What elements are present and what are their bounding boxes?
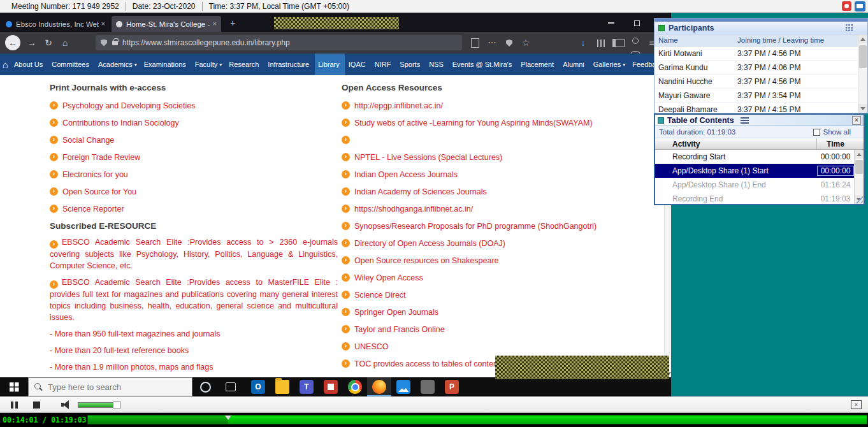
- seek-track[interactable]: [87, 415, 867, 424]
- nav-item[interactable]: Examinations: [140, 54, 191, 75]
- journal-link[interactable]: Open Source for You: [50, 183, 338, 200]
- scrollbar-thumb[interactable]: [859, 45, 867, 68]
- pause-button[interactable]: [6, 398, 22, 411]
- sort-icon[interactable]: [741, 117, 749, 124]
- toc-scrollbar[interactable]: [854, 150, 864, 204]
- page-actions-icon[interactable]: [484, 35, 500, 50]
- taskbar-app-button[interactable]: [416, 377, 440, 396]
- open-access-link[interactable]: [342, 131, 660, 148]
- nav-item[interactable]: Galleries ▾: [590, 54, 628, 75]
- back-button[interactable]: [5, 35, 20, 50]
- taskbar-app-button[interactable]: [294, 377, 319, 396]
- browser-tab[interactable]: Home-St. Mira's College - ST M: [112, 16, 221, 32]
- bookmark-star-icon[interactable]: [518, 35, 533, 50]
- taskbar-app-button[interactable]: [391, 377, 416, 396]
- show-all-checkbox[interactable]: [813, 129, 820, 136]
- open-access-link[interactable]: Study webs of active -Learning for Young…: [342, 114, 660, 131]
- journal-link[interactable]: Science Reporter: [50, 200, 338, 217]
- eresource-item[interactable]: - More than 20 full-text reference books: [50, 345, 338, 356]
- scroll-up-arrow[interactable]: [858, 34, 867, 43]
- new-tab-button[interactable]: +: [226, 17, 240, 29]
- nav-item[interactable]: Events @ St.Mira's: [449, 54, 517, 75]
- open-access-link[interactable]: Directory of Open Access Journals (DOAJ): [342, 235, 660, 252]
- nav-item[interactable]: Committees: [48, 54, 95, 75]
- journal-link[interactable]: Social Change: [50, 131, 338, 148]
- eresource-item[interactable]: EBSCO Academic Search Elite :Provides ac…: [50, 277, 338, 323]
- reload-button[interactable]: [41, 35, 56, 50]
- open-access-link[interactable]: UNESCO: [342, 338, 660, 355]
- nav-item[interactable]: Research: [226, 54, 264, 75]
- address-bar[interactable]: https://www.stmirascollegepune.edu.in/li…: [96, 35, 462, 50]
- toc-close-button[interactable]: [852, 116, 861, 125]
- search-input[interactable]: [48, 382, 186, 392]
- scrollbar-thumb[interactable]: [855, 160, 863, 174]
- nav-item[interactable]: Sports: [396, 54, 426, 75]
- browser-tab[interactable]: Ebsco Industries, Inc WebEx E: [1, 16, 110, 32]
- minimize-button[interactable]: [600, 14, 622, 32]
- journal-link[interactable]: Foreign Trade Review: [50, 148, 338, 166]
- open-access-link[interactable]: Open Source resources on Shakespeare: [342, 252, 660, 269]
- tracking-shield-icon[interactable]: [101, 40, 107, 47]
- tab-close-icon[interactable]: [101, 20, 105, 27]
- scroll-down-arrow[interactable]: [858, 104, 867, 113]
- stop-button[interactable]: [28, 398, 45, 411]
- eresource-item[interactable]: - More than 1.9 million photos, maps and…: [50, 361, 338, 373]
- participants-scrollbar[interactable]: [858, 34, 867, 113]
- reader-view-icon[interactable]: [467, 35, 482, 50]
- open-access-link[interactable]: https://shodhganga.inflibnet.ac.in/: [342, 200, 660, 217]
- nav-item[interactable]: Infrastructure: [264, 54, 315, 75]
- forward-button[interactable]: [24, 35, 40, 50]
- open-access-link[interactable]: Indian Academy of Sciences Journals: [342, 183, 660, 200]
- nav-item[interactable]: Academics ▾: [94, 54, 140, 75]
- volume-slider[interactable]: [78, 402, 117, 408]
- nav-item[interactable]: NIRF: [371, 54, 396, 75]
- lock-icon[interactable]: [112, 41, 118, 45]
- toc-row[interactable]: App/Desktop Share (1) Start 00:00:00: [655, 164, 864, 178]
- taskbar-app-button[interactable]: [343, 377, 367, 396]
- nav-item[interactable]: Alumni: [560, 54, 590, 75]
- speaker-icon[interactable]: [61, 400, 73, 409]
- tab-close-icon[interactable]: [213, 20, 217, 27]
- open-access-link[interactable]: NPTEL - Live Sessions (Special Lectures): [342, 148, 660, 166]
- open-access-link[interactable]: http://epgp.inflibnet.ac.in/: [342, 97, 660, 114]
- toc-row[interactable]: Recording End 01:19:03: [655, 192, 864, 205]
- panel-options-icon[interactable]: [845, 24, 853, 32]
- taskbar-app-button[interactable]: [319, 377, 343, 396]
- nav-item[interactable]: Library: [315, 54, 345, 75]
- taskbar-app-button[interactable]: [440, 377, 464, 396]
- cortana-button[interactable]: [192, 382, 218, 393]
- taskbar-app-button[interactable]: [246, 377, 270, 396]
- downloads-icon[interactable]: [575, 35, 591, 50]
- nav-item[interactable]: Faculty ▾: [191, 54, 225, 75]
- open-access-link[interactable]: Taylor and Francis Online: [342, 321, 660, 338]
- hide-controls-button[interactable]: [851, 400, 862, 409]
- library-icon[interactable]: [593, 35, 609, 50]
- protection-icon[interactable]: [502, 35, 517, 50]
- taskbar-app-button[interactable]: [367, 377, 391, 396]
- account-icon[interactable]: [628, 35, 643, 50]
- start-button[interactable]: [0, 377, 28, 396]
- eresource-item[interactable]: - More than 950 full-text magazines and …: [50, 328, 338, 340]
- journal-link[interactable]: Contributions to Indian Sociology: [50, 114, 338, 131]
- journal-link[interactable]: Electronics for you: [50, 166, 338, 183]
- nav-item[interactable]: IQAC: [345, 54, 371, 75]
- open-access-link[interactable]: Springer Open Journals: [342, 303, 660, 321]
- nav-home-icon[interactable]: [0, 54, 10, 75]
- taskbar-search[interactable]: [28, 377, 192, 396]
- open-access-link[interactable]: Synopses/Research Proposals for PhD prog…: [342, 217, 660, 235]
- open-access-link[interactable]: Science Direct: [342, 286, 660, 303]
- seek-marker-handle[interactable]: [225, 416, 231, 420]
- nav-item[interactable]: Placement: [517, 54, 560, 75]
- journal-link[interactable]: Psychology and Developing Societies: [50, 97, 338, 114]
- taskbar-app-button[interactable]: [270, 377, 294, 396]
- task-view-button[interactable]: [218, 382, 243, 391]
- toc-row[interactable]: App/Desktop Share (1) End 01:16:24: [655, 178, 864, 192]
- toc-row[interactable]: Recording Start 00:00:00: [655, 150, 864, 164]
- eresource-item[interactable]: EBSCO Academic Search Elite :Provides ac…: [50, 236, 338, 271]
- home-button[interactable]: [57, 35, 73, 50]
- volume-knob[interactable]: [113, 401, 121, 409]
- scroll-up-arrow[interactable]: [855, 150, 864, 159]
- maximize-button[interactable]: [626, 14, 647, 32]
- nav-item[interactable]: NSS: [426, 54, 449, 75]
- open-access-link[interactable]: Wiley Open Access: [342, 269, 660, 286]
